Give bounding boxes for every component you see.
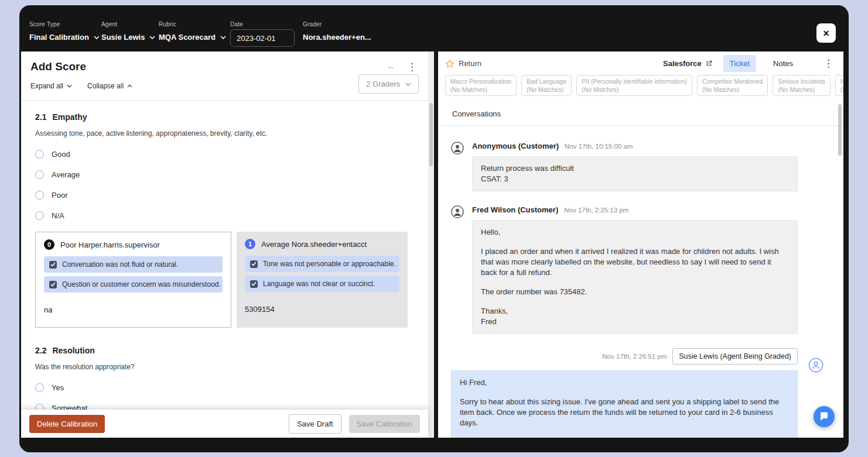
rubric-dropdown[interactable]: MQA Scorecard [159,33,230,42]
ticket-title-label: Return [459,59,481,68]
avatar-icon [451,142,464,154]
radio-label: Poor [52,191,67,200]
chip-macro-personalization[interactable]: Macro Personalization (No Matches) [445,75,517,96]
message-author: Anonymous (Customer) [472,142,559,150]
chip-new-customer[interactable]: New Custo (No Matche [835,75,843,96]
chip-name: PII (Personally identifiable information… [582,78,687,85]
checkbox-checked-icon [49,261,57,269]
chip-name: Serious Incidents [778,78,825,85]
save-draft-button[interactable]: Save Draft [289,414,341,434]
question-title: 2.1Empathy [35,112,414,122]
checkbox-checked-icon [49,281,57,288]
checkbox-checked-icon [250,260,258,268]
agent-value: Susie Lewis [101,33,145,42]
date-label: Date [230,21,303,28]
chip-name: Macro Personalization [450,78,511,85]
score-type-dropdown[interactable]: Final Calibration [29,33,101,42]
expand-all-control[interactable]: Expand all [30,82,72,90]
graders-dropdown-label: 2 Graders [366,80,400,88]
expand-all-label: Expand all [30,82,63,90]
save-calibration-button[interactable]: Save Calibration [349,415,420,433]
graders-dropdown[interactable]: 2 Graders [358,74,419,94]
score-type-value: Final Calibration [29,33,89,42]
chip-pii[interactable]: PII (Personally identifiable information… [576,75,692,96]
score-footer: Delete Calibration Save Draft Save Calib… [21,410,428,438]
grader-label: Grader [303,21,371,28]
chip-serious-incidents[interactable]: Serious Incidents (No Matches) [773,75,831,96]
avatar-icon [451,205,464,218]
ticket-panel: Return Salesforce Ticket Notes ⋮ Macro P… [438,51,843,438]
grader-badge: 0 [44,239,54,250]
chip-status: (No Matche [840,86,843,93]
external-link-icon [705,60,713,67]
agent-being-graded-label: Susie Lewis (Agent Being Graded) [672,348,798,365]
chip-name: Bad Language [527,78,566,85]
chevron-down-icon [94,36,100,39]
message-paragraph: Best, [460,437,789,438]
star-icon [445,59,454,68]
ticket-title: Return [445,59,481,68]
grader-answer-card-1: 1 Average Nora.sheeder+entacct Tone was … [237,232,408,328]
message-timestamp: Nov 17th, 2:25:13 pm [564,207,628,214]
check-label: Question or customer concern was misunde… [62,280,221,288]
grader-answer-label: Poor Harper.harris.supervisor [60,240,160,249]
collapse-all-control[interactable]: Collapse all [87,82,132,90]
radio-circle-icon [35,404,44,410]
radio-label: Good [52,150,70,159]
rubric-value: MQA Scorecard [159,33,216,42]
scrollbar-thumb[interactable] [429,103,433,166]
grader-answer-label: Average Nora.sheeder+entacct [261,240,367,249]
radio-option-average[interactable]: Average [35,170,414,179]
radio-option-yes[interactable]: Yes [35,383,414,392]
scrollbar-thumb[interactable] [838,104,842,156]
radio-label: N/A [52,211,64,220]
chip-bad-language[interactable]: Bad Language (No Matches) [521,75,572,96]
score-kebab-menu[interactable]: ⋮ [405,62,419,72]
radio-circle-icon [35,170,44,179]
close-icon: × [823,28,829,39]
radio-option-good[interactable]: Good [35,150,414,159]
question-description: Was the resolution appropriate? [35,363,414,371]
check-row[interactable]: Question or customer concern was misunde… [44,276,223,293]
check-label: Language was not clear or succinct. [263,280,375,288]
salesforce-link[interactable]: Salesforce [663,59,713,68]
message-timestamp: Nov 17th, 2:26:51 pm [602,353,667,360]
chip-name: Competitor Mentioned [702,78,763,85]
date-input[interactable] [230,29,295,47]
check-row[interactable]: Conversation was not fluid or natural. [44,256,223,273]
question-name: Empathy [52,112,87,122]
radio-group-empathy: Good Average Poor N/A [35,150,414,220]
date-field: Date [230,21,303,51]
tab-notes[interactable]: Notes [767,55,799,72]
delete-calibration-button[interactable]: Delete Calibration [29,415,105,433]
chevron-down-icon [220,36,226,39]
question-description: Assessing tone, pace, active listening, … [35,129,414,138]
tab-ticket[interactable]: Ticket [723,55,756,72]
radio-circle-icon [35,191,44,200]
message-customer-2: Fred Wilson (Customer) Nov 17th, 2:25:13… [451,205,798,334]
message-paragraph: Hello, [481,227,789,238]
message-customer-1: Anonymous (Customer) Nov 17th, 10:15:00 … [451,142,798,191]
message-body: Return process was difficult CSAT: 3 [472,156,798,191]
message-body: Hello, I placed an order and when it arr… [472,220,798,334]
ticket-kebab-menu[interactable]: ⋮ [822,59,835,68]
chat-bubble-icon [819,411,829,422]
radio-group-resolution: Yes Somewhat [35,383,414,410]
radio-option-somewhat[interactable]: Somewhat [35,404,414,410]
agent-dropdown[interactable]: Susie Lewis [101,33,159,42]
chevron-down-icon [67,84,72,88]
grader-person-icon[interactable] [808,358,823,373]
radio-option-na[interactable]: N/A [35,211,414,220]
chip-competitor-mentioned[interactable]: Competitor Mentioned (No Matches) [697,75,768,96]
chip-status: (No Matches) [527,86,566,93]
close-button[interactable]: × [816,23,836,43]
check-row[interactable]: Tone was not personable or approachable. [245,256,399,272]
grader-badge: 1 [245,239,255,249]
grader-answers: 0 Poor Harper.harris.supervisor Conversa… [35,232,414,328]
radio-circle-icon [35,150,44,159]
radio-option-poor[interactable]: Poor [35,191,414,200]
check-row[interactable]: Language was not clear or succinct. [245,276,399,292]
radio-circle-icon [35,383,44,392]
collapse-all-label: Collapse all [87,82,124,90]
chat-launcher-button[interactable] [814,406,835,427]
